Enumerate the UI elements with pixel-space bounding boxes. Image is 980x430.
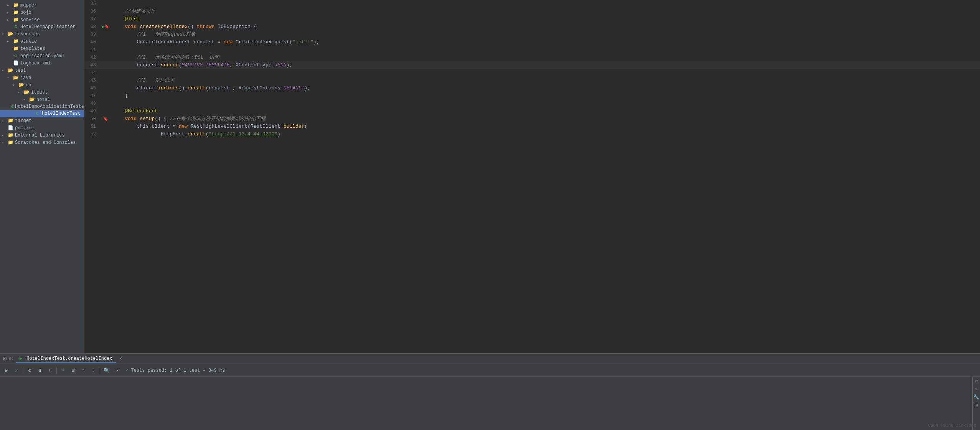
line-content-38: void createHotelIndex() throws IOExcepti… [111, 23, 980, 31]
toolbar-btn-sort-time[interactable]: ⬇ [46, 366, 54, 375]
toolbar-btn-search[interactable]: 🔍 [102, 366, 111, 375]
tree-item-mapper[interactable]: ▸📁mapper [0, 2, 84, 9]
line-number-51: 51 [84, 123, 100, 130]
tree-item-cn[interactable]: ▾📂cn [0, 81, 84, 89]
toolbar-separator-5 [56, 367, 57, 374]
code-line-45: 45 //3. 发送请求 [84, 77, 980, 84]
bookmark-icon: 🔖 [103, 115, 108, 123]
tree-arrow-resources: ▾ [2, 32, 7, 36]
side-icon-4[interactable]: ⊞ [975, 402, 978, 408]
code-line-38: 38▶🔖 void createHotelIndex() throws IOEx… [84, 23, 980, 31]
close-tab-btn[interactable]: × [119, 356, 122, 362]
tree-item-resources[interactable]: ▾📂resources [0, 30, 84, 38]
line-number-49: 49 [84, 107, 100, 115]
tree-label-itcast: itcast [31, 90, 48, 95]
tree-item-static[interactable]: ▸📁static [0, 38, 84, 45]
bottom-tabs: Run: ▶ HotelIndexTest.createHotelIndex × [0, 354, 980, 364]
line-number-38: 38 [84, 23, 100, 31]
tree-arrow-hotel: ▾ [23, 97, 28, 102]
line-content-52: HttpHost.create("http://1.13.4.44:9200") [111, 130, 980, 138]
run-tab[interactable]: ▶ HotelIndexTest.createHotelIndex [16, 355, 116, 363]
code-line-35: 35 [84, 0, 980, 8]
toolbar-btn-stop[interactable]: ⊘ [26, 366, 34, 375]
line-content-46: client.indices().create(request , Reques… [111, 84, 980, 92]
tree-label-resources: resources [15, 31, 40, 37]
tree-arrow-cn: ▾ [12, 83, 18, 87]
tree-arrow-service: ▸ [7, 18, 12, 22]
code-line-46: 46 client.indices().create(request , Req… [84, 84, 980, 92]
folder-icon: 📁 [12, 10, 19, 15]
bottom-panel: Run: ▶ HotelIndexTest.createHotelIndex ×… [0, 353, 980, 430]
java-file-icon: C [11, 104, 14, 109]
tree-arrow-itcast: ▾ [18, 90, 23, 95]
line-content-50: void setUp() { //在每个测试方法开始前都完成初始化工程 [111, 115, 980, 123]
side-icon-3[interactable]: 🔧 [973, 394, 979, 400]
folder-icon: 📂 [7, 31, 14, 37]
line-number-37: 37 [84, 15, 100, 23]
line-gutter-38: ▶🔖 [100, 23, 111, 31]
line-number-43: 43 [84, 61, 100, 69]
toolbar-btn-check[interactable]: ✓ [12, 366, 21, 375]
tree-item-templates[interactable]: 📁templates [0, 45, 84, 52]
main-area: ▸📁mapper▸📁pojo▸📁serviceCHotelDemoApplica… [0, 0, 980, 353]
bottom-right-icons: ⇄ ✎ 🔧 ⊞ [972, 377, 980, 430]
tree-item-hotel[interactable]: ▾📂hotel [0, 96, 84, 103]
tree-label-java: java [20, 75, 31, 81]
code-line-43: 43 request.source(MAPPING_TEMPLATE, XCon… [84, 61, 980, 69]
xml-file-icon: 📄 [7, 125, 14, 131]
run-gutter-icon[interactable]: ▶ [102, 23, 105, 31]
tree-item-ScratchesAndConsoles[interactable]: ▸📁Scratches and Consoles [0, 139, 84, 146]
line-number-47: 47 [84, 92, 100, 100]
toolbar-btn-align[interactable]: ≡ [59, 366, 68, 375]
tree-item-logback.xml[interactable]: 📄logback.xml [0, 59, 84, 67]
tree-item-java[interactable]: ▾📂java [0, 74, 84, 81]
tree-arrow-test: ▾ [2, 68, 7, 73]
toolbar-btn-export[interactable]: ↗ [112, 366, 121, 375]
tree-item-pom.xml[interactable]: 📄pom.xml [0, 124, 84, 132]
watermark: CSDN ©Ding Jiaxiong [928, 423, 976, 428]
tree-item-HotelDemoApplication[interactable]: CHotelDemoApplication [0, 23, 84, 30]
tree-label-logback.xml: logback.xml [20, 61, 51, 66]
line-gutter-50: 🔖 [100, 115, 111, 123]
tree-item-test[interactable]: ▾📂test [0, 67, 84, 74]
tree-arrow-target: ▸ [2, 119, 7, 123]
xml-file-icon: 📄 [12, 60, 19, 66]
run-label: Run: [3, 356, 14, 362]
tree-item-HotelIndexTest[interactable]: CHotelIndexTest [0, 110, 84, 117]
toolbar-btn-up[interactable]: ↑ [79, 366, 87, 375]
toolbar-btn-filter[interactable]: ⊟ [69, 366, 78, 375]
line-content-37: @Test [111, 15, 980, 23]
bottom-content-area: ⇄ ✎ 🔧 ⊞ [0, 377, 980, 430]
tree-arrow-java: ▾ [7, 76, 12, 80]
code-line-49: 49 @BeforeEach [84, 107, 980, 115]
tree-item-service[interactable]: ▸📁service [0, 16, 84, 23]
bottom-toolbar: ▶✓⊘⇅⬇≡⊟↑↓🔍↗✓ Tests passed: 1 of 1 test –… [0, 364, 980, 377]
code-line-39: 39 //1. 创建Request对象 [84, 31, 980, 38]
code-line-37: 37 @Test [84, 15, 980, 23]
code-editor[interactable]: 3536 //创建索引库37 @Test38▶🔖 void createHote… [84, 0, 980, 353]
tree-item-application.yaml[interactable]: ⚙application.yaml [0, 52, 84, 59]
line-content-51: this.client = new RestHighLevelClient(Re… [111, 123, 980, 130]
toolbar-btn-play[interactable]: ▶ [2, 366, 11, 375]
tree-item-target[interactable]: ▸📁target [0, 117, 84, 124]
code-line-52: 52 HttpHost.create("http://1.13.4.44:920… [84, 130, 980, 138]
tree-item-itcast[interactable]: ▾📂itcast [0, 89, 84, 96]
code-line-42: 42 //2. 准备请求的参数：DSL 语句 [84, 54, 980, 61]
line-content-43: request.source(MAPPING_TEMPLATE, XConten… [111, 61, 980, 69]
folder-icon: 📁 [12, 2, 19, 8]
folder-icon: 📁 [7, 140, 14, 145]
side-icon-2[interactable]: ✎ [975, 386, 978, 392]
tree-item-ExternalLibraries[interactable]: ▸📁External Libraries [0, 132, 84, 139]
line-content-45: //3. 发送请求 [111, 77, 980, 84]
line-number-39: 39 [84, 31, 100, 38]
side-icon-1[interactable]: ⇄ [975, 378, 978, 384]
tree-item-HotelDemoApplicationTests[interactable]: CHotelDemoApplicationTests [0, 103, 84, 110]
line-number-40: 40 [84, 38, 100, 46]
file-tree: ▸📁mapper▸📁pojo▸📁serviceCHotelDemoApplica… [0, 0, 84, 353]
yaml-file-icon: ⚙ [12, 53, 19, 59]
editor-area: 3536 //创建索引库37 @Test38▶🔖 void createHote… [84, 0, 980, 353]
toolbar-btn-down[interactable]: ↓ [89, 366, 97, 375]
tree-item-pojo[interactable]: ▸📁pojo [0, 9, 84, 16]
toolbar-btn-sort-alpha[interactable]: ⇅ [36, 366, 44, 375]
tree-label-pom.xml: pom.xml [15, 125, 34, 131]
